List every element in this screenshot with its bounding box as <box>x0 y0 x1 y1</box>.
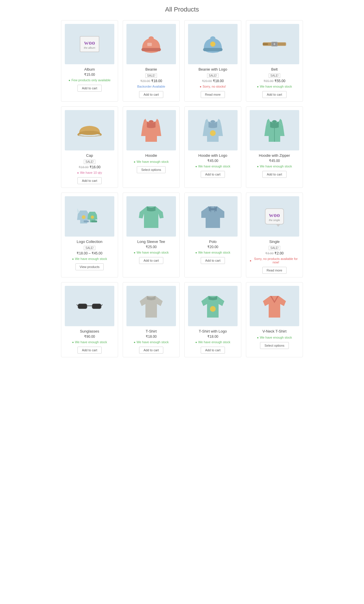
product-card-album: woo the album Album₹15.00Few products on… <box>61 20 118 102</box>
product-status-tshirt-logo: We have enough stock <box>195 340 230 344</box>
add_to_cart-button-belt[interactable]: Add to cart <box>262 91 286 98</box>
product-image-vneck <box>250 286 299 326</box>
status-icon-red <box>250 259 251 262</box>
select_options-button-vneck[interactable]: Select options <box>260 342 289 349</box>
product-image-beanie <box>126 24 176 64</box>
product-price-cap: ₹18.00 ₹16.00 <box>79 165 101 169</box>
status-text-belt: We have enough stock <box>260 85 292 88</box>
product-image-hoodie-zipper <box>250 110 299 150</box>
product-grid: woo the album Album₹15.00Few products on… <box>61 20 303 357</box>
product-price-hoodie-logo: ₹45.00 <box>207 159 218 163</box>
product-image-hoodie-logo <box>188 110 238 150</box>
product-image-cap <box>65 110 114 150</box>
product-status-vneck: We have enough stock <box>257 336 292 339</box>
add_to_cart-button-sunglasses[interactable]: Add to cart <box>77 347 101 354</box>
read_more-button-beanie-logo[interactable]: Read more <box>201 91 225 98</box>
product-price-long-sleeve-tee: ₹25.00 <box>146 245 157 249</box>
status-icon-green <box>134 160 135 163</box>
svg-point-6 <box>210 41 215 47</box>
product-name-polo: Polo <box>209 239 217 244</box>
product-price-belt: ₹65.00 ₹55.00 <box>263 79 285 83</box>
product-card-hoodie: HoodieWe have enough stockSelect options <box>123 106 180 188</box>
product-status-single: Sorry, no products available for now! <box>250 257 299 264</box>
status-text-polo: We have enough stock <box>198 251 230 254</box>
add_to_cart-button-cap[interactable]: Add to cart <box>77 177 101 184</box>
product-name-belt: Belt <box>271 67 278 71</box>
sale-badge-logo-collection: SALE! <box>84 245 95 251</box>
product-price-logo-collection: ₹18.00 – ₹45.00 <box>77 251 102 255</box>
svg-point-21 <box>91 216 94 219</box>
product-card-hoodie-logo: Hoodie with Logo₹45.00We have enough sto… <box>184 106 241 188</box>
status-text-beanie-logo: Sorry, no stocks! <box>202 85 226 88</box>
status-text-sunglasses: We have enough stock <box>75 340 107 344</box>
svg-point-3 <box>149 36 154 40</box>
product-status-album: Few products only available <box>69 78 111 82</box>
sale-badge-single: SALE! <box>269 245 280 251</box>
product-image-long-sleeve-tee <box>126 196 176 237</box>
product-name-sunglasses: Sunglasses <box>80 329 99 333</box>
status-text-cap: We have 10 qty <box>80 171 102 174</box>
status-icon-green <box>72 257 74 261</box>
product-status-sunglasses: We have enough stock <box>72 340 107 344</box>
add_to_cart-button-long-sleeve-tee[interactable]: Add to cart <box>139 257 163 264</box>
add_to_cart-button-hoodie-logo[interactable]: Add to cart <box>201 171 225 178</box>
view_products-button-logo-collection[interactable]: View products <box>75 263 104 270</box>
svg-rect-1 <box>141 48 161 51</box>
product-image-logo-collection <box>65 196 114 237</box>
sale-badge-cap: SALE! <box>84 159 95 165</box>
status-text-tshirt: We have enough stock <box>136 340 169 344</box>
read_more-button-single[interactable]: Read more <box>262 267 287 274</box>
product-status-cap: We have 10 qty <box>77 171 102 174</box>
product-status-long-sleeve-tee: We have enough stock <box>134 251 169 254</box>
product-name-tshirt-logo: T-Shirt with Logo <box>199 329 227 333</box>
product-image-album: woo the album <box>65 24 114 64</box>
status-text-tshirt-logo: We have enough stock <box>198 340 230 344</box>
product-price-tshirt-logo: ₹18.00 <box>207 335 218 339</box>
product-name-single: Single <box>269 239 280 244</box>
sale-badge-belt: SALE! <box>269 73 280 79</box>
product-status-hoodie-zipper: We have enough stock <box>257 165 292 168</box>
product-status-hoodie-logo: We have enough stock <box>195 165 230 168</box>
status-icon-green <box>257 85 259 88</box>
status-text-long-sleeve-tee: We have enough stock <box>136 251 169 254</box>
product-image-hoodie <box>126 110 176 150</box>
svg-rect-10 <box>263 43 268 45</box>
svg-point-20 <box>82 215 86 219</box>
svg-rect-23 <box>84 220 89 222</box>
product-card-belt: BeltSALE!₹65.00 ₹55.00We have enough sto… <box>246 20 303 102</box>
status-text-hoodie-zipper: We have enough stock <box>260 165 292 168</box>
svg-point-7 <box>210 36 215 40</box>
select_options-button-hoodie[interactable]: Select options <box>137 166 165 173</box>
add_to_cart-button-tshirt-logo[interactable]: Add to cart <box>201 347 225 354</box>
product-image-sunglasses <box>65 286 114 326</box>
product-status-hoodie: We have enough stock <box>134 160 169 163</box>
product-name-long-sleeve-tee: Long Sleeve Tee <box>137 239 165 244</box>
product-price-polo: ₹20.00 <box>207 245 218 249</box>
product-name-vneck: V-Neck T-Shirt <box>262 329 287 333</box>
product-card-vneck: V-Neck T-ShirtWe have enough stockSelect… <box>246 282 303 357</box>
product-card-beanie: BeanieSALE!₹20.00 ₹18.00Backorder Availa… <box>123 20 180 102</box>
status-icon-green <box>257 336 259 339</box>
add_to_cart-button-album[interactable]: Add to cart <box>77 85 101 92</box>
product-card-single: woo the single SingleSALE!₹3.00 ₹2.00Sor… <box>246 192 303 278</box>
svg-point-16 <box>210 130 216 136</box>
status-icon-green <box>257 165 259 168</box>
status-icon-red <box>200 85 201 88</box>
product-name-tshirt: T-Shirt <box>146 329 157 333</box>
product-price-single: ₹3.00 ₹2.00 <box>265 251 283 255</box>
status-text-hoodie-logo: We have enough stock <box>198 165 230 168</box>
svg-rect-22 <box>91 220 97 222</box>
svg-rect-5 <box>203 48 223 51</box>
add_to_cart-button-tshirt[interactable]: Add to cart <box>139 347 163 354</box>
product-name-beanie-logo: Beanie with Logo <box>198 67 227 71</box>
add_to_cart-button-hoodie-zipper[interactable]: Add to cart <box>262 171 286 178</box>
svg-point-13 <box>273 43 275 45</box>
add_to_cart-button-polo[interactable]: Add to cart <box>201 257 225 264</box>
product-price-sunglasses: ₹90.00 <box>84 335 95 339</box>
product-name-logo-collection: Logo Collection <box>77 239 103 244</box>
product-card-polo: Polo₹20.00We have enough stockAdd to car… <box>184 192 241 278</box>
status-text-vneck: We have enough stock <box>260 336 292 339</box>
product-status-polo: We have enough stock <box>195 251 230 254</box>
add_to_cart-button-beanie[interactable]: Add to cart <box>139 91 163 98</box>
sale-badge-beanie-logo: SALE! <box>207 73 219 79</box>
